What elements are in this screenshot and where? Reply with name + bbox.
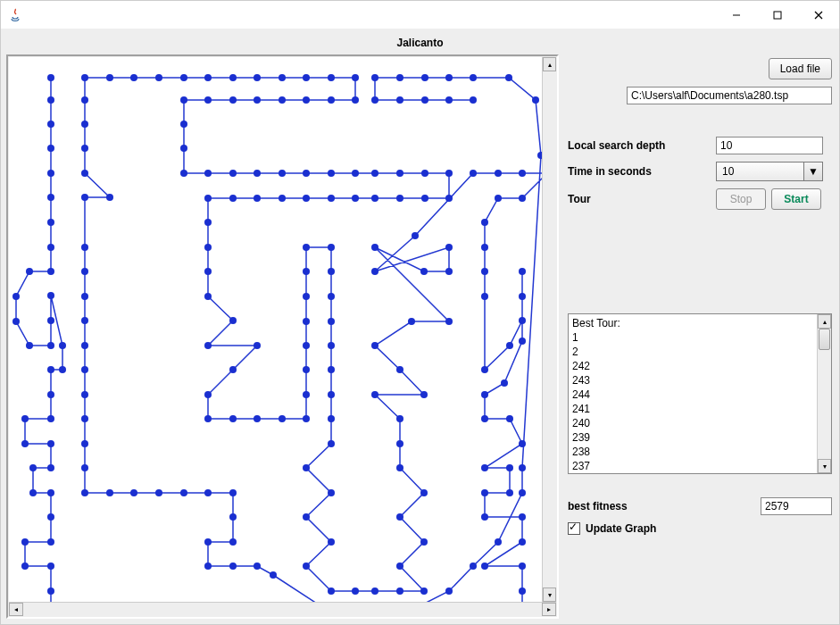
- svg-point-168: [420, 538, 428, 546]
- svg-point-183: [445, 244, 453, 251]
- svg-point-104: [180, 170, 187, 177]
- svg-point-106: [229, 170, 237, 177]
- scroll-down-icon[interactable]: ▾: [543, 588, 556, 602]
- svg-point-99: [229, 96, 237, 104]
- svg-point-37: [47, 588, 54, 595]
- svg-point-123: [279, 195, 286, 202]
- best-fitness-field[interactable]: [761, 497, 832, 515]
- svg-point-212: [519, 513, 526, 521]
- svg-point-155: [328, 415, 335, 422]
- svg-point-228: [519, 464, 526, 471]
- svg-point-102: [180, 121, 187, 128]
- svg-point-85: [155, 74, 162, 81]
- minimize-button[interactable]: [716, 1, 757, 29]
- svg-point-130: [204, 293, 212, 300]
- svg-point-184: [371, 268, 378, 275]
- maximize-button[interactable]: [757, 1, 798, 29]
- svg-point-20: [59, 342, 66, 349]
- svg-point-167: [396, 562, 403, 570]
- svg-point-23: [47, 391, 54, 398]
- svg-point-24: [47, 415, 54, 422]
- svg-point-138: [254, 415, 261, 422]
- svg-point-4: [47, 74, 54, 81]
- svg-point-235: [396, 74, 403, 81]
- svg-point-98: [254, 96, 261, 104]
- svg-point-146: [303, 268, 310, 275]
- svg-point-239: [421, 96, 428, 104]
- svg-point-17: [47, 342, 54, 349]
- svg-point-97: [279, 96, 286, 104]
- graph-canvas[interactable]: [9, 57, 542, 602]
- time-combo-value: 10: [717, 162, 804, 180]
- svg-point-180: [371, 244, 378, 251]
- svg-point-187: [495, 170, 502, 177]
- svg-point-107: [254, 170, 261, 177]
- svg-point-202: [501, 379, 508, 387]
- svg-point-206: [519, 440, 526, 447]
- svg-point-80: [81, 121, 88, 128]
- svg-point-129: [204, 268, 212, 275]
- svg-point-153: [328, 366, 335, 373]
- svg-point-32: [47, 513, 54, 521]
- svg-point-199: [519, 293, 526, 300]
- scroll-right-icon[interactable]: ▸: [542, 603, 556, 616]
- file-path-field[interactable]: [627, 87, 832, 104]
- svg-point-122: [303, 195, 310, 202]
- svg-point-148: [328, 244, 335, 251]
- scroll-down-icon[interactable]: ▾: [818, 459, 831, 473]
- svg-point-58: [229, 513, 237, 521]
- svg-point-133: [254, 342, 261, 349]
- dropdown-arrow-icon[interactable]: ▼: [804, 162, 822, 180]
- titlebar: [1, 1, 839, 29]
- scroll-left-icon[interactable]: ◂: [9, 603, 23, 616]
- graph-hscrollbar[interactable]: ◂ ▸: [9, 602, 556, 616]
- svg-point-149: [328, 268, 335, 275]
- tour-output-text[interactable]: Best Tour: 1 2 242 243 244 241 240 239 2…: [569, 314, 817, 473]
- java-icon: [8, 8, 22, 22]
- svg-point-57: [229, 538, 237, 546]
- svg-point-214: [481, 562, 488, 570]
- svg-point-114: [421, 170, 428, 177]
- svg-point-198: [519, 317, 526, 324]
- svg-point-215: [519, 562, 526, 570]
- svg-point-162: [328, 588, 335, 595]
- svg-point-5: [47, 96, 54, 104]
- svg-point-118: [396, 195, 403, 202]
- scroll-thumb[interactable]: [819, 329, 830, 350]
- output-vscrollbar[interactable]: ▴ ▾: [817, 314, 831, 473]
- svg-point-14: [12, 293, 20, 300]
- start-button[interactable]: Start: [771, 188, 821, 210]
- svg-point-188: [519, 170, 526, 177]
- scroll-up-icon[interactable]: ▴: [818, 314, 831, 329]
- local-search-input[interactable]: [716, 137, 823, 154]
- svg-point-124: [254, 195, 261, 202]
- stop-button[interactable]: Stop: [716, 188, 766, 210]
- svg-point-88: [229, 74, 237, 81]
- svg-point-157: [303, 464, 310, 471]
- main-row: ▴ ▾ ◂ ▸ Load file: [6, 54, 834, 619]
- update-graph-checkbox[interactable]: [568, 522, 580, 535]
- svg-point-216: [519, 588, 526, 595]
- graph-vscrollbar[interactable]: ▴ ▾: [542, 57, 556, 602]
- svg-point-128: [204, 244, 212, 251]
- scroll-up-icon[interactable]: ▴: [543, 57, 556, 71]
- app-window: Jalicanto ▴ ▾ ◂ ▸: [0, 0, 840, 625]
- svg-point-142: [303, 366, 310, 373]
- svg-point-154: [328, 391, 335, 398]
- svg-point-53: [254, 562, 261, 570]
- svg-point-201: [519, 338, 526, 345]
- svg-point-240: [445, 96, 453, 104]
- svg-point-203: [481, 391, 488, 398]
- svg-point-56: [204, 538, 212, 546]
- svg-point-209: [506, 489, 513, 496]
- svg-point-27: [47, 440, 54, 447]
- svg-point-147: [303, 244, 310, 251]
- close-button[interactable]: [798, 1, 839, 29]
- svg-point-93: [352, 74, 359, 81]
- load-file-button[interactable]: Load file: [769, 58, 832, 79]
- svg-point-165: [396, 588, 403, 595]
- time-combo[interactable]: 10 ▼: [716, 162, 823, 181]
- svg-point-158: [328, 489, 335, 496]
- svg-point-55: [204, 562, 212, 570]
- svg-point-190: [519, 195, 526, 202]
